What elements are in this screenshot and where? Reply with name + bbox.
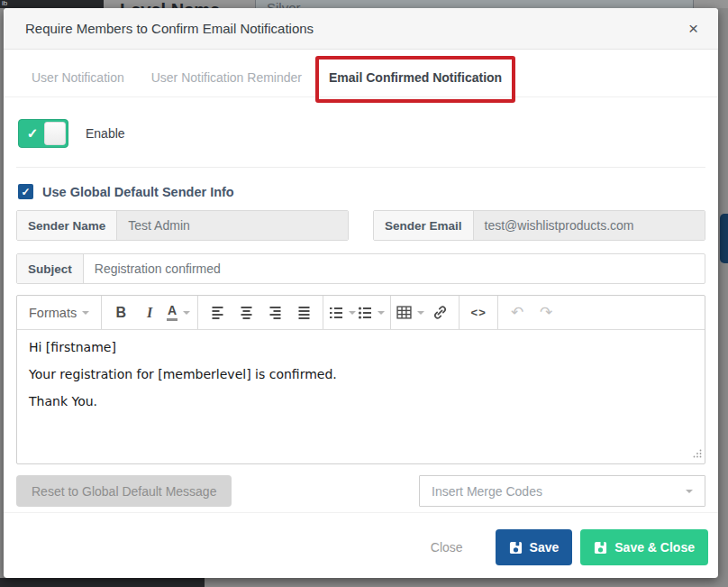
undo-icon: ↶: [504, 299, 531, 326]
global-sender-checkbox-label: Use Global Default Sender Info: [42, 185, 234, 199]
sender-name-label: Sender Name: [17, 211, 117, 240]
toolbar-group-formats: Formats: [17, 296, 102, 329]
save-button-label: Save: [530, 540, 560, 555]
enable-row: ✓ Enable: [16, 119, 705, 148]
chevron-down-icon: [349, 311, 356, 315]
italic-button[interactable]: I: [136, 299, 163, 326]
toolbar-group-history: ↶ ↷: [498, 296, 565, 329]
editor-line: Your registration for [memberlevel] is c…: [29, 367, 693, 381]
bullet-list-icon: [358, 306, 372, 320]
source-code-button[interactable]: <>: [465, 299, 492, 326]
tab-email-confirmed-label: Email Confirmed Notification: [329, 70, 502, 85]
table-button[interactable]: [396, 299, 424, 326]
sender-name-group: Sender Name Test Admin: [16, 210, 349, 241]
notification-tabs: User Notification User Notification Remi…: [4, 50, 718, 97]
text-color-icon: A: [167, 304, 177, 320]
save-icon: [509, 541, 523, 555]
background-level-name-heading: Level Name: [120, 0, 220, 8]
bullet-list-button[interactable]: [358, 299, 385, 326]
align-left-button[interactable]: [204, 299, 231, 326]
sender-fields-row: Sender Name Test Admin Sender Email test…: [16, 210, 705, 241]
subject-label: Subject: [17, 254, 84, 283]
align-left-icon: [211, 306, 224, 320]
actions-row: Reset to Global Default Message Insert M…: [16, 475, 705, 507]
link-button[interactable]: [426, 299, 453, 326]
merge-codes-placeholder: Insert Merge Codes: [432, 484, 542, 499]
formats-dropdown[interactable]: Formats: [23, 299, 96, 326]
resize-grip[interactable]: [693, 446, 702, 461]
align-right-button[interactable]: [261, 299, 288, 326]
dimmed-background-top: ib Level Name Silver: [0, 0, 728, 8]
subject-row: Subject Registration confirmed: [16, 253, 705, 284]
toggle-knob: [44, 122, 66, 145]
insert-merge-codes-select[interactable]: Insert Merge Codes: [419, 475, 705, 507]
align-center-icon: [240, 306, 253, 320]
align-right-icon: [268, 306, 282, 320]
formats-label: Formats: [29, 306, 77, 320]
align-justify-icon: [297, 306, 311, 320]
sender-name-input: Test Admin: [117, 211, 348, 240]
tab-user-notification-reminder[interactable]: User Notification Reminder: [151, 64, 302, 96]
toolbar-group-code: <>: [460, 296, 498, 329]
close-icon[interactable]: ×: [688, 20, 698, 37]
text-color-button[interactable]: A: [165, 299, 192, 326]
email-notifications-modal: Require Members to Confirm Email Notific…: [4, 8, 718, 578]
sender-email-input: test@wishlistproducts.com: [474, 211, 705, 240]
background-level-name-input: Silver: [255, 0, 694, 8]
resize-grip-icon: [693, 449, 702, 458]
link-icon: [432, 305, 448, 320]
toolbar-group-align: [198, 296, 323, 329]
numbered-list-icon: [329, 306, 343, 320]
editor-line: Thank You.: [29, 394, 693, 408]
checkbox-check-icon: ✓: [21, 186, 30, 198]
background-side-tab: [720, 214, 728, 263]
bold-button[interactable]: B: [107, 299, 134, 326]
save-icon: [594, 541, 607, 555]
background-sidebar-fragment-bottom: [0, 578, 205, 587]
chevron-down-icon: [417, 311, 424, 315]
sidebar-text-fragment: ib: [2, 0, 7, 7]
editor-toolbar: Formats B I A: [17, 296, 705, 330]
enable-toggle[interactable]: ✓: [18, 119, 68, 148]
modal-content: User Notification User Notification Remi…: [4, 50, 718, 578]
numbered-list-button[interactable]: [329, 299, 356, 326]
modal-title: Require Members to Confirm Email Notific…: [25, 21, 314, 36]
sender-email-group: Sender Email test@wishlistproducts.com: [373, 210, 705, 241]
background-sidebar-fragment: ib: [0, 0, 104, 8]
editor-content[interactable]: Hi [firstname] Your registration for [me…: [17, 330, 705, 463]
table-icon: [396, 306, 412, 319]
chevron-down-icon: [686, 490, 693, 493]
subject-group: Subject Registration confirmed: [16, 253, 705, 284]
save-and-close-button-label: Save & Close: [614, 540, 695, 555]
modal-footer: Close Save Save & Close: [4, 512, 718, 578]
page: ib Level Name Silver Require Members to …: [0, 0, 728, 587]
subject-input[interactable]: Registration confirmed: [84, 254, 705, 283]
editor-line: Hi [firstname]: [29, 340, 693, 354]
sender-email-label: Sender Email: [374, 211, 474, 240]
section-divider: [16, 167, 705, 168]
tab-user-notification[interactable]: User Notification: [32, 64, 124, 96]
modal-body: ✓ Enable ✓ Use Global Default Sender Inf…: [4, 97, 718, 512]
save-and-close-button[interactable]: Save & Close: [580, 529, 708, 565]
dimmed-background-bottom: [0, 578, 728, 587]
toggle-check-icon: ✓: [19, 120, 46, 147]
redo-icon: ↷: [532, 299, 560, 326]
chevron-down-icon: [378, 311, 385, 315]
background-level-name-value: Silver: [267, 0, 301, 8]
save-button[interactable]: Save: [496, 529, 573, 565]
global-sender-checkbox[interactable]: ✓: [18, 184, 33, 199]
rich-text-editor: Formats B I A: [16, 295, 705, 464]
align-justify-button[interactable]: [290, 299, 317, 326]
enable-label: Enable: [86, 126, 125, 141]
toolbar-group-lists: [323, 296, 391, 329]
modal-header: Require Members to Confirm Email Notific…: [4, 8, 718, 50]
chevron-down-icon: [82, 311, 89, 315]
tab-email-confirmed-notification[interactable]: Email Confirmed Notification: [329, 64, 502, 96]
chevron-down-icon: [183, 311, 190, 315]
align-center-button[interactable]: [232, 299, 259, 326]
reset-default-message-button[interactable]: Reset to Global Default Message: [16, 475, 232, 507]
global-sender-checkbox-row: ✓ Use Global Default Sender Info: [16, 184, 705, 199]
close-button[interactable]: Close: [431, 540, 463, 555]
dimmed-background-right: [718, 8, 728, 578]
toolbar-group-font-style: B I A: [102, 296, 198, 329]
